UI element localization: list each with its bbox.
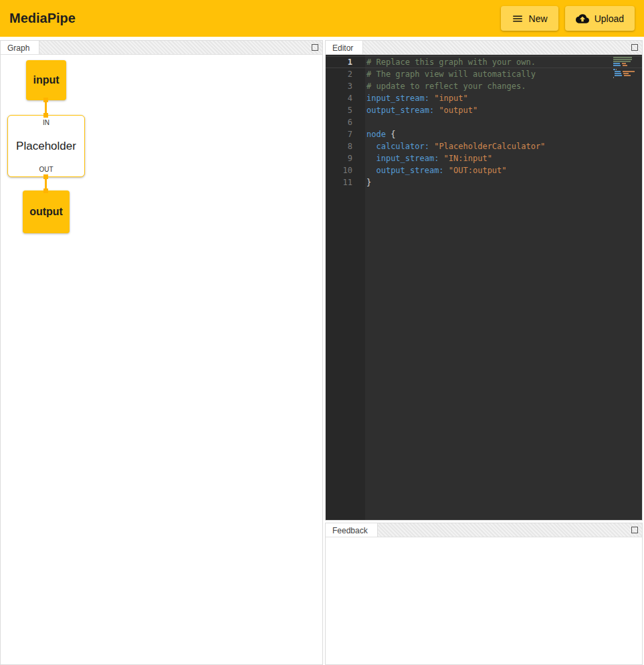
maximize-icon[interactable]: [312, 44, 318, 51]
graph-canvas[interactable]: input IN Placeholder OUT output: [1, 55, 322, 664]
tab-editor-label: Editor: [332, 43, 353, 53]
minimap[interactable]: [613, 57, 639, 79]
code-line: 3# update to reflect your changes.: [326, 80, 642, 92]
upload-button-label: Upload: [595, 13, 624, 24]
header-buttons: New Upload: [501, 6, 635, 31]
new-button[interactable]: New: [501, 6, 558, 31]
tab-feedback-label: Feedback: [332, 526, 368, 535]
maximize-icon[interactable]: [631, 44, 638, 51]
code-line: 7node {: [326, 128, 642, 140]
code-line: 8 calculator: "PlaceholderCalculator": [326, 140, 642, 152]
new-button-label: New: [529, 13, 548, 24]
code-lines: 1# Replace this graph with your own.2# T…: [326, 56, 642, 188]
workspace: Graph input IN Placeholder OUT output: [0, 40, 644, 665]
line-number: 5: [326, 104, 352, 116]
feedback-panel: Feedback: [325, 523, 643, 665]
graph-node-placeholder-label: Placeholder: [16, 140, 76, 153]
graph-node-placeholder[interactable]: IN Placeholder OUT: [7, 115, 85, 177]
port-connector: [43, 174, 48, 179]
port-connector: [43, 113, 48, 118]
line-number: 2: [326, 68, 352, 80]
code-line: 4input_stream: "input": [326, 92, 642, 104]
graph-panel: Graph input IN Placeholder OUT output: [0, 40, 323, 665]
line-number: 8: [326, 140, 352, 152]
line-number: 11: [326, 176, 352, 188]
line-number: 10: [326, 164, 352, 176]
code-line: 10 output_stream: "OUT:output": [326, 164, 642, 176]
feedback-content: [326, 537, 642, 664]
upload-button[interactable]: Upload: [565, 6, 635, 31]
editor-panel: Editor 1# Replace this graph with your o…: [325, 40, 643, 521]
code-line: 2# The graph view will automatically: [326, 68, 642, 80]
line-number: 7: [326, 128, 352, 140]
app-title: MediaPipe: [9, 11, 76, 26]
menu-icon: [512, 13, 524, 25]
tab-editor[interactable]: Editor: [326, 41, 363, 54]
line-number: 3: [326, 80, 352, 92]
code-editor[interactable]: 1# Replace this graph with your own.2# T…: [326, 55, 642, 520]
cloud-upload-icon: [576, 12, 589, 25]
line-number: 1: [326, 56, 352, 68]
tab-feedback[interactable]: Feedback: [326, 523, 378, 537]
output-port-label: OUT: [39, 166, 53, 173]
input-port-label: IN: [43, 119, 49, 126]
graph-node-output[interactable]: output: [23, 190, 70, 233]
tab-graph-label: Graph: [7, 43, 29, 53]
line-number: 6: [326, 116, 352, 128]
graph-node-input-label: input: [33, 74, 59, 86]
graph-node-output-label: output: [29, 206, 63, 218]
port-connector: [43, 98, 48, 102]
tab-graph[interactable]: Graph: [1, 41, 39, 54]
code-line: 11}: [326, 176, 642, 188]
code-line: 5output_stream: "output": [326, 104, 642, 116]
editor-panel-header: Editor: [326, 41, 642, 55]
code-line: 6: [326, 116, 642, 128]
code-line: 9 input_stream: "IN:input": [326, 152, 642, 164]
graph-panel-header: Graph: [1, 41, 322, 55]
code-line: 1# Replace this graph with your own.: [326, 56, 642, 68]
line-number: 4: [326, 92, 352, 104]
feedback-panel-header: Feedback: [326, 523, 642, 537]
maximize-icon[interactable]: [631, 527, 638, 533]
line-number: 9: [326, 152, 352, 164]
graph-node-input[interactable]: input: [26, 60, 66, 100]
app-header: MediaPipe New Upload: [0, 0, 644, 37]
port-connector: [43, 188, 48, 193]
